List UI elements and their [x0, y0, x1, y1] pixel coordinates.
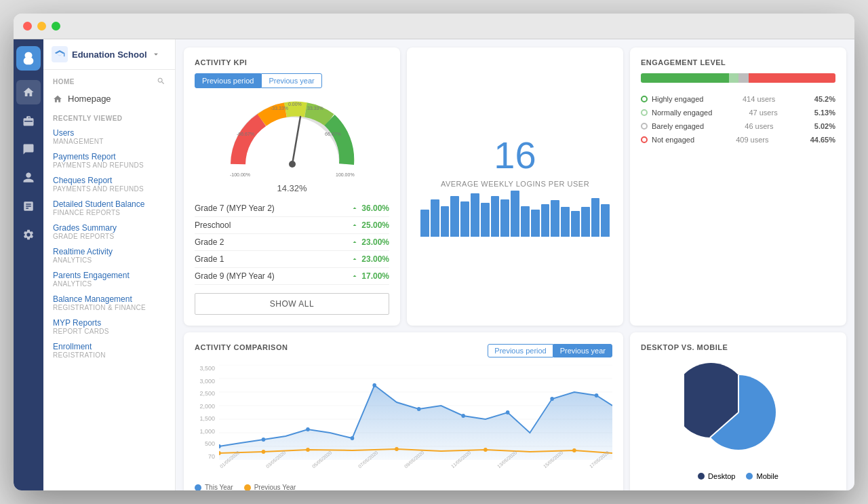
traffic-lights	[23, 22, 60, 31]
sidebar-item-myp-reports[interactable]: MYP Reports REPORT CARDS	[43, 315, 175, 338]
svg-text:-33.33%: -33.33%	[271, 106, 288, 111]
svg-point-20	[372, 383, 376, 387]
legend-dot-prev-year	[244, 484, 251, 491]
brain-icon[interactable]	[16, 46, 41, 71]
svg-point-1	[289, 161, 296, 168]
svg-line-0	[292, 117, 300, 164]
bar	[531, 210, 540, 237]
bar	[571, 211, 580, 237]
search-icon[interactable]	[157, 77, 165, 87]
svg-text:33.33%: 33.33%	[307, 106, 323, 111]
desktop-mobile-title: DESKTOP VS. MOBILE	[641, 343, 835, 351]
svg-point-18	[306, 427, 310, 431]
y-axis: 3,5003,0002,5002,0001,5001,00050070	[195, 365, 215, 460]
sidebar-item-balance-management[interactable]: Balance Management REGISTRATION & FINANC…	[43, 291, 175, 315]
engagement-row-1: Normally engaged 47 users 5.13%	[641, 106, 835, 119]
engagement-row-0: Highly engaged 414 users 45.2%	[641, 92, 835, 106]
briefcase-icon-slot[interactable]	[16, 109, 41, 133]
title-bar	[14, 14, 854, 39]
desktop-legend-dot	[698, 473, 705, 480]
comp-prev-year-btn[interactable]: Previous year	[553, 344, 612, 357]
avg-logins-bar-chart	[418, 196, 612, 237]
sidebar-item-realtime[interactable]: Realtime Activity ANALYTICS	[43, 244, 175, 267]
sidebar-item-homepage[interactable]: Homepage	[43, 90, 175, 108]
eng-dot-1	[641, 109, 648, 116]
close-button[interactable]	[23, 22, 32, 31]
home-section-label: HOME	[43, 70, 175, 90]
svg-text:66.67%: 66.67%	[325, 132, 341, 136]
mobile-legend-dot	[746, 473, 753, 480]
desktop-mobile-card: DESKTOP VS. MOBILE	[630, 332, 846, 490]
sidebar-item-grades-summary[interactable]: Grades Summary GRADE REPORTS	[43, 220, 175, 244]
gauge-container: -100.00% -66.67% -33.33% 0.00% 33.33% 66…	[195, 96, 389, 178]
engagement-bar	[641, 73, 835, 83]
svg-text:-100.00%: -100.00%	[230, 172, 250, 177]
settings-icon-slot[interactable]	[16, 222, 41, 247]
svg-point-23	[506, 410, 510, 414]
chart-icon-slot[interactable]	[16, 194, 41, 218]
bar	[561, 207, 570, 237]
person-icon-slot[interactable]	[16, 166, 41, 190]
engagement-row-2: Barely engaged 46 users 5.02%	[641, 119, 835, 133]
bar	[551, 200, 559, 237]
home-icon-slot[interactable]	[16, 80, 41, 104]
bar	[431, 199, 439, 237]
avg-logins-number: 16	[494, 136, 536, 174]
school-selector[interactable]: Edunation School	[52, 46, 161, 62]
legend-prev-year: Previous Year	[244, 484, 296, 490]
comparison-svg-container: 01/05/2020 03/05/2020 05/05/2020 07/05/2…	[219, 365, 612, 470]
kpi-toggle: Previous period Previous year	[195, 73, 389, 88]
sidebar-item-parents-engagement[interactable]: Parents Engagement ANALYTICS	[43, 267, 175, 291]
activity-comparison-card: ACTIVITY COMPARISON Previous period Prev…	[184, 332, 623, 490]
recently-viewed-label: RECENTLY VIEWED	[43, 108, 175, 125]
bar	[450, 196, 459, 237]
minimize-button[interactable]	[37, 22, 46, 31]
svg-point-29	[395, 447, 399, 451]
bar	[441, 206, 450, 237]
svg-text:-66.67%: -66.67%	[237, 132, 254, 136]
engagement-title: ENGAGEMENT LEVEL	[641, 58, 835, 66]
sidebar-item-enrollment[interactable]: Enrollment REGISTRATION	[43, 338, 175, 362]
prev-period-btn[interactable]: Previous period	[195, 73, 261, 88]
comparison-chart-area: 3,5003,0002,5002,0001,5001,00050070	[195, 365, 612, 470]
show-all-button[interactable]: SHOW ALL	[195, 293, 389, 315]
bar	[541, 204, 550, 237]
bar	[491, 196, 500, 237]
chart-legend: This Year Previous Year	[195, 484, 612, 490]
icon-bar	[14, 39, 43, 490]
sidebar-item-detailed-balance[interactable]: Detailed Student Balance FINANCE REPORTS	[43, 196, 175, 220]
mac-window: Edunation School HOME Homepage RECENTLY …	[14, 14, 854, 490]
svg-text:100.00%: 100.00%	[336, 172, 355, 177]
bar	[581, 207, 590, 237]
svg-text:0.00%: 0.00%	[288, 102, 302, 106]
pie-chart-container	[641, 358, 835, 467]
grade-row-1: Preschool 25.00%	[195, 217, 389, 234]
comp-prev-period-btn[interactable]: Previous period	[488, 344, 553, 357]
x-axis-labels: 01/05/2020 03/05/2020 05/05/2020 07/05/2…	[219, 465, 612, 470]
pie-legend: Desktop Mobile	[641, 472, 835, 480]
sidebar-header: Edunation School	[43, 39, 175, 70]
svg-point-17	[262, 438, 266, 442]
svg-point-30	[484, 448, 488, 452]
app-body: Edunation School HOME Homepage RECENTLY …	[14, 39, 854, 490]
chat-icon-slot[interactable]	[16, 137, 41, 161]
sidebar-item-payments-report[interactable]: Payments Report PAYMENTS AND REFUNDS	[43, 149, 175, 172]
bar	[481, 203, 490, 237]
bar	[471, 193, 479, 237]
eng-dot-3	[641, 136, 648, 143]
main-content: ACTIVITY KPI Previous period Previous ye…	[176, 39, 854, 490]
sidebar: Edunation School HOME Homepage RECENTLY …	[43, 39, 176, 490]
prev-year-btn[interactable]: Previous year	[261, 73, 321, 88]
eng-dot-0	[641, 96, 648, 102]
sidebar-item-cheques-report[interactable]: Cheques Report PAYMENTS AND REFUNDS	[43, 172, 175, 196]
grade-row-0: Grade 7 (MYP Year 2) 36.00%	[195, 200, 389, 217]
fullscreen-button[interactable]	[52, 22, 60, 31]
legend-dot-this-year	[195, 484, 201, 491]
bar	[591, 198, 600, 237]
legend-this-year: This Year	[195, 484, 233, 490]
engagement-row-3: Not engaged 409 users 44.65%	[641, 133, 835, 147]
avg-logins-label: AVERAGE WEEKLY LOGINS PER USER	[441, 180, 589, 188]
activity-kpi-card: ACTIVITY KPI Previous period Previous ye…	[184, 47, 400, 326]
bar	[511, 191, 519, 237]
sidebar-item-users[interactable]: Users MANAGEMENT	[43, 125, 175, 149]
